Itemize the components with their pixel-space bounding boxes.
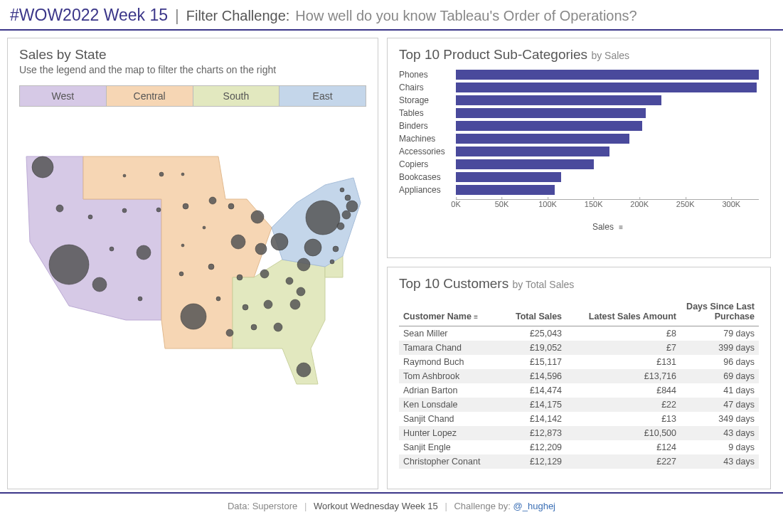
state-bubble[interactable] bbox=[337, 223, 344, 230]
state-bubble[interactable] bbox=[345, 195, 351, 201]
bar-track[interactable] bbox=[456, 95, 759, 105]
legend-south[interactable]: South bbox=[193, 86, 280, 106]
bar-chart[interactable]: PhonesChairsStorageTablesBindersMachines… bbox=[399, 68, 759, 196]
bar-row[interactable]: Tables bbox=[399, 107, 759, 119]
bar-track[interactable] bbox=[456, 70, 759, 80]
state-bubble[interactable] bbox=[255, 243, 267, 255]
bar-row[interactable]: Accessories bbox=[399, 145, 759, 158]
bar-track[interactable] bbox=[456, 185, 759, 195]
bar-track[interactable] bbox=[456, 159, 759, 169]
bar-fill[interactable] bbox=[456, 108, 646, 118]
state-bubble[interactable] bbox=[286, 277, 293, 284]
state-bubble[interactable] bbox=[333, 246, 339, 252]
bar-row[interactable]: Appliances bbox=[399, 183, 759, 196]
bar-fill[interactable] bbox=[456, 185, 555, 195]
bar-track[interactable] bbox=[456, 147, 759, 156]
bar-row[interactable]: Storage bbox=[399, 94, 759, 107]
bar-track[interactable] bbox=[456, 172, 759, 182]
bar-row[interactable]: Copiers bbox=[399, 158, 759, 171]
state-bubble[interactable] bbox=[342, 211, 351, 219]
state-bubble[interactable] bbox=[203, 226, 206, 229]
state-bubble[interactable] bbox=[330, 260, 334, 264]
state-bubble[interactable] bbox=[251, 324, 257, 330]
bar-fill[interactable] bbox=[456, 147, 609, 156]
table-row[interactable]: Sanjit Engle£12,209£1249 days bbox=[399, 440, 759, 454]
col-latest-amount[interactable]: Latest Sales Amount bbox=[566, 297, 681, 326]
bar-row[interactable]: Chairs bbox=[399, 81, 759, 94]
bar-fill[interactable] bbox=[456, 95, 661, 105]
state-bubble[interactable] bbox=[304, 239, 321, 256]
state-bubble[interactable] bbox=[226, 329, 233, 336]
state-bubble[interactable] bbox=[181, 173, 184, 176]
state-bubble[interactable] bbox=[49, 245, 89, 284]
state-bubble[interactable] bbox=[159, 172, 164, 176]
table-row[interactable]: Raymond Buch£15,117£13196 days bbox=[399, 355, 759, 369]
legend-west[interactable]: West bbox=[20, 86, 107, 106]
state-bubble[interactable] bbox=[88, 215, 92, 219]
table-row[interactable]: Hunter Lopez£12,873£10,50043 days bbox=[399, 426, 759, 440]
us-map[interactable] bbox=[19, 135, 368, 391]
legend-east[interactable]: East bbox=[279, 86, 366, 106]
state-bubble[interactable] bbox=[123, 174, 126, 177]
state-bubble[interactable] bbox=[209, 197, 216, 204]
table-row[interactable]: Ken Lonsdale£14,175£2247 days bbox=[399, 398, 759, 412]
bar-fill[interactable] bbox=[456, 172, 561, 182]
state-bubble[interactable] bbox=[297, 363, 311, 377]
state-bubble[interactable] bbox=[340, 188, 344, 192]
table-row[interactable]: Christopher Conant£12,129£22743 days bbox=[399, 454, 759, 469]
state-bubble[interactable] bbox=[260, 270, 269, 278]
state-bubble[interactable] bbox=[122, 208, 127, 213]
state-bubble[interactable] bbox=[32, 156, 53, 178]
state-bubble[interactable] bbox=[156, 208, 161, 212]
state-bubble[interactable] bbox=[181, 244, 184, 247]
state-bubble[interactable] bbox=[181, 304, 206, 329]
state-bubble[interactable] bbox=[297, 287, 305, 296]
state-bubble[interactable] bbox=[179, 272, 183, 276]
table-row[interactable]: Adrian Barton£14,474£84441 days bbox=[399, 383, 759, 398]
col-customer-name[interactable]: Customer Name ≡ bbox=[399, 297, 501, 326]
bar-track[interactable] bbox=[456, 121, 759, 131]
state-bubble[interactable] bbox=[183, 203, 188, 209]
state-bubble[interactable] bbox=[306, 201, 340, 235]
table-row[interactable]: Sean Miller£25,043£879 days bbox=[399, 326, 759, 341]
state-bubble[interactable] bbox=[137, 245, 151, 260]
state-bubble[interactable] bbox=[237, 275, 243, 280]
sort-desc-icon[interactable]: ≡ bbox=[619, 223, 622, 231]
table-row[interactable]: Tamara Chand£19,052£7399 days bbox=[399, 341, 759, 355]
state-bubble[interactable] bbox=[56, 205, 63, 212]
table-row[interactable]: Tom Ashbrook£14,596£13,71669 days bbox=[399, 369, 759, 383]
state-bubble[interactable] bbox=[228, 203, 234, 209]
bar-fill[interactable] bbox=[456, 134, 629, 144]
state-bubble[interactable] bbox=[297, 258, 310, 271]
state-bubble[interactable] bbox=[208, 264, 214, 270]
bar-row[interactable]: Binders bbox=[399, 119, 759, 132]
bar-track[interactable] bbox=[456, 134, 759, 144]
us-map-svg[interactable] bbox=[19, 135, 368, 391]
bar-track[interactable] bbox=[456, 108, 759, 118]
bar-fill[interactable] bbox=[456, 70, 759, 80]
state-bubble[interactable] bbox=[138, 297, 142, 301]
state-bubble[interactable] bbox=[92, 277, 107, 292]
sort-desc-icon[interactable]: ≡ bbox=[474, 313, 477, 321]
col-total-sales[interactable]: Total Sales bbox=[501, 297, 566, 326]
table-row[interactable]: Sanjit Chand£14,142£13349 days bbox=[399, 412, 759, 426]
bar-fill[interactable] bbox=[456, 83, 757, 92]
state-bubble[interactable] bbox=[251, 211, 264, 223]
state-bubble[interactable] bbox=[274, 323, 282, 331]
state-bubble[interactable] bbox=[290, 299, 300, 309]
legend-central[interactable]: Central bbox=[107, 86, 193, 106]
bar-row[interactable]: Phones bbox=[399, 68, 759, 81]
col-days-since[interactable]: Days Since Last Purchase bbox=[681, 297, 759, 326]
bar-row[interactable]: Machines bbox=[399, 132, 759, 145]
bar-fill[interactable] bbox=[456, 121, 642, 131]
bar-fill[interactable] bbox=[456, 159, 594, 169]
state-bubble[interactable] bbox=[216, 297, 220, 301]
state-bubble[interactable] bbox=[110, 247, 114, 251]
state-bubble[interactable] bbox=[346, 201, 358, 212]
bar-track[interactable] bbox=[456, 83, 759, 92]
bar-row[interactable]: Bookcases bbox=[399, 171, 759, 183]
state-bubble[interactable] bbox=[264, 300, 272, 309]
state-bubble[interactable] bbox=[271, 233, 288, 250]
state-bubble[interactable] bbox=[231, 235, 245, 249]
footer-challenge-link[interactable]: @_hughej bbox=[513, 501, 555, 511]
